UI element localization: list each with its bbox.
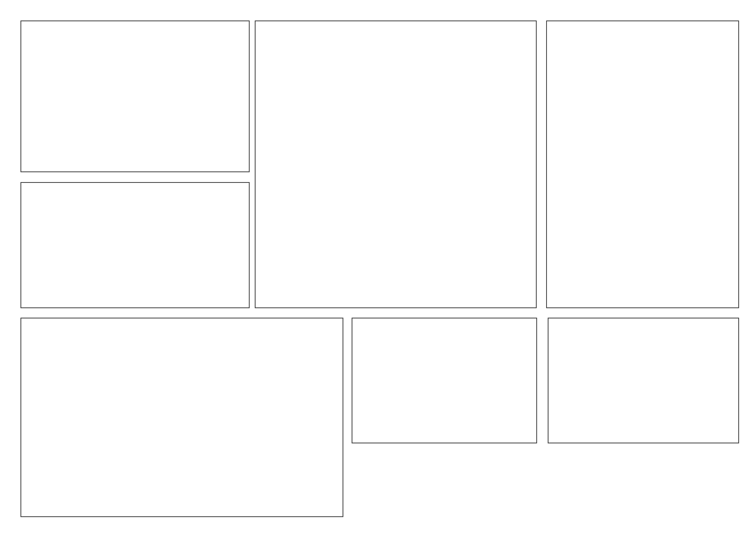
switch-circuit	[547, 21, 738, 307]
ldo-circuit	[21, 183, 249, 307]
panel-esp32	[255, 20, 537, 308]
microsd-circuit	[21, 318, 343, 516]
led-circuit	[548, 318, 738, 443]
button-circuit	[352, 318, 536, 443]
panel-ldo	[20, 182, 250, 308]
panel-microsd	[20, 318, 343, 517]
schematic-sheet	[0, 0, 756, 536]
panel-switch	[546, 20, 739, 308]
panel-button	[352, 318, 537, 443]
panel-usb	[20, 20, 250, 172]
usb-circuit	[21, 21, 249, 171]
esp32-circuit	[256, 21, 536, 307]
panel-led	[548, 318, 739, 443]
